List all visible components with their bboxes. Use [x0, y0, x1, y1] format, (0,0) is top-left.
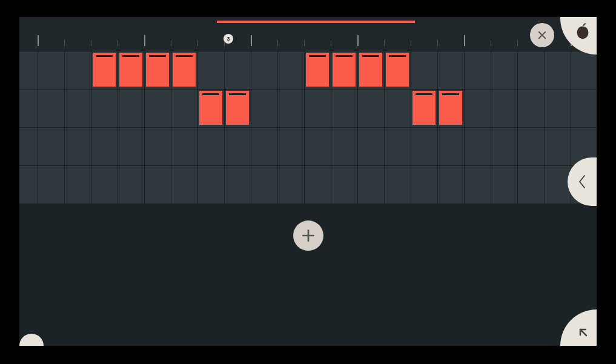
ruler-tick	[171, 40, 171, 46]
grid-col-line	[304, 51, 305, 204]
note[interactable]	[93, 53, 116, 87]
grid-col-line	[91, 51, 91, 204]
progress-bar[interactable]	[217, 21, 415, 23]
close-button[interactable]	[530, 23, 554, 47]
piano-roll-grid[interactable]	[19, 51, 597, 204]
note[interactable]	[119, 53, 142, 87]
ruler-tick	[304, 40, 305, 46]
ruler-tick	[144, 35, 145, 46]
grid-col-line	[38, 51, 38, 204]
ruler-tick	[491, 40, 491, 46]
fruit-icon	[574, 22, 592, 40]
grid-col-line	[64, 51, 65, 204]
chevron-left-icon	[577, 173, 587, 190]
grid-col-line	[411, 51, 411, 204]
ruler-tick	[464, 35, 465, 46]
note[interactable]	[173, 53, 196, 87]
grid-row-line	[19, 89, 597, 90]
note[interactable]	[359, 53, 382, 87]
ruler-tick	[38, 35, 39, 46]
grid-col-line	[544, 51, 545, 204]
grid-row-line	[19, 127, 597, 128]
note[interactable]	[199, 91, 222, 125]
plus-icon	[300, 228, 316, 243]
ruler-tick	[384, 40, 385, 46]
note[interactable]	[226, 91, 249, 125]
grid-row-line	[19, 165, 597, 166]
arrow-up-left-icon	[576, 325, 591, 340]
note[interactable]	[439, 91, 462, 125]
note[interactable]	[146, 53, 169, 87]
grid-row-line	[19, 51, 597, 51]
grid-col-line	[464, 51, 465, 204]
close-icon	[537, 30, 548, 41]
note[interactable]	[306, 53, 329, 87]
ruler-tick	[517, 40, 518, 46]
note[interactable]	[412, 91, 436, 125]
grid-col-line	[491, 51, 491, 204]
grid-col-line	[171, 51, 171, 204]
ruler-tick	[411, 40, 411, 46]
grid-col-line	[224, 51, 225, 204]
note[interactable]	[333, 53, 356, 87]
grid-col-line	[144, 51, 145, 204]
grid-col-line	[251, 51, 251, 204]
grid-col-line	[384, 51, 385, 204]
playhead-marker[interactable]: 3	[224, 34, 233, 44]
note[interactable]	[386, 53, 409, 87]
grid-col-line	[437, 51, 438, 204]
grid-col-line	[357, 51, 358, 204]
ruler-tick	[437, 40, 438, 46]
ruler-tick	[64, 40, 65, 46]
ruler-tick	[118, 40, 118, 46]
ruler-tick	[197, 40, 198, 46]
ruler-tick	[251, 35, 252, 46]
ruler-tick	[331, 40, 331, 46]
ruler-tick	[91, 40, 91, 46]
add-button[interactable]	[293, 220, 323, 251]
grid-col-line	[197, 51, 198, 204]
grid-col-line	[277, 51, 278, 204]
timeline-ruler[interactable]	[19, 29, 597, 51]
grid-col-line	[517, 51, 518, 204]
ruler-tick	[277, 40, 278, 46]
ruler-tick	[357, 35, 359, 46]
app-frame: 3	[19, 17, 597, 346]
grid-col-line	[118, 51, 118, 204]
grid-col-line	[331, 51, 331, 204]
